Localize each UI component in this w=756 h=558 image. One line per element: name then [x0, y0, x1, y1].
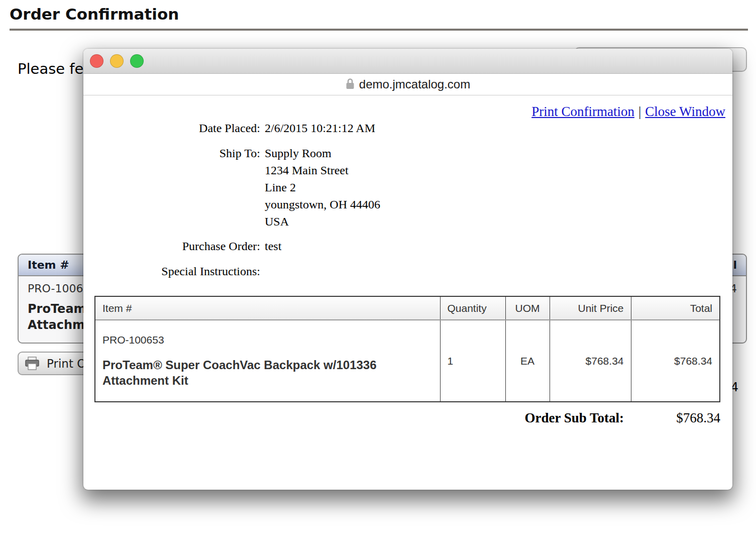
- purchase-order-label: Purchase Order:: [83, 230, 265, 255]
- ship-to-address: Supply Room 1234 Main Street Line 2 youn…: [265, 137, 380, 230]
- page-title: Order Confirmation: [10, 5, 179, 23]
- order-info: Date Placed: 2/6/2015 10:21:12 AM Ship T…: [83, 120, 380, 280]
- ship-to-line: 1234 Main Street: [265, 162, 380, 179]
- order-items-table: Item # Quantity UOM Unit Price Total PRO…: [94, 296, 720, 402]
- item-row: PRO-100653 ProTeam® Super CoachVac Backp…: [95, 320, 719, 401]
- close-traffic-light-button[interactable]: [90, 54, 103, 68]
- order-subtotal: Order Sub Total: $768.34: [524, 410, 720, 426]
- date-placed-label: Date Placed:: [83, 120, 265, 137]
- column-unit-price: Unit Price: [550, 297, 631, 320]
- date-placed-value: 2/6/2015 10:21:12 AM: [265, 120, 380, 137]
- ship-to-row: Ship To: Supply Room 1234 Main Street Li…: [83, 137, 380, 230]
- purchase-order-value: test: [265, 230, 380, 255]
- column-uom: UOM: [505, 297, 550, 320]
- item-name: ProTeam® Super CoachVac Backpack w/10133…: [102, 357, 433, 388]
- order-confirmation-page: Order Confirmation Please fee Item # Tot…: [0, 0, 756, 558]
- printer-icon: [25, 357, 40, 371]
- zoom-traffic-light-button[interactable]: [130, 54, 144, 68]
- ship-to-line: Line 2: [265, 179, 380, 196]
- ship-to-line: youngstown, OH 44406: [265, 196, 380, 213]
- date-placed-row: Date Placed: 2/6/2015 10:21:12 AM: [83, 120, 380, 137]
- order-subtotal-value: $768.34: [624, 410, 720, 426]
- special-instructions-label: Special Instructions:: [83, 255, 265, 280]
- popup-titlebar[interactable]: [83, 49, 732, 74]
- special-instructions-row: Special Instructions:: [83, 255, 380, 280]
- ship-to-label: Ship To:: [83, 137, 265, 230]
- item-uom: EA: [505, 320, 550, 401]
- purchase-order-row: Purchase Order: test: [83, 230, 380, 255]
- item-total: $768.34: [631, 320, 719, 401]
- title-divider: [10, 29, 748, 31]
- special-instructions-value: [265, 255, 380, 280]
- links-separator: |: [638, 104, 641, 119]
- ship-to-line: USA: [265, 213, 380, 230]
- print-confirmation-link[interactable]: Print Confirmation: [531, 104, 634, 119]
- column-quantity: Quantity: [440, 297, 505, 320]
- minimize-traffic-light-button[interactable]: [110, 54, 124, 68]
- item-cell: PRO-100653 ProTeam® Super CoachVac Backp…: [95, 320, 440, 401]
- lock-icon: [346, 78, 355, 91]
- popup-action-links: Print Confirmation|Close Window: [531, 104, 725, 120]
- address-bar: demo.jmcatalog.com: [83, 74, 732, 95]
- close-window-link[interactable]: Close Window: [645, 104, 725, 119]
- column-item-number: Item #: [95, 297, 440, 320]
- address-bar-domain: demo.jmcatalog.com: [359, 77, 470, 91]
- column-total: Total: [631, 297, 719, 320]
- popup-content: Print Confirmation|Close Window Date Pla…: [83, 95, 732, 489]
- confirmation-popup-window: demo.jmcatalog.com Print Confirmation|Cl…: [83, 49, 732, 490]
- bg-column-item-number: Item #: [28, 259, 69, 271]
- item-unit-price: $768.34: [550, 320, 631, 401]
- print-order-label: Print O: [47, 357, 86, 370]
- item-code: PRO-100653: [102, 334, 433, 346]
- order-subtotal-label: Order Sub Total:: [524, 410, 624, 426]
- intro-text-fragment: Please fee: [18, 60, 92, 77]
- ship-to-line: Supply Room: [265, 145, 380, 162]
- item-quantity: 1: [440, 320, 505, 401]
- items-header-row: Item # Quantity UOM Unit Price Total: [95, 297, 719, 320]
